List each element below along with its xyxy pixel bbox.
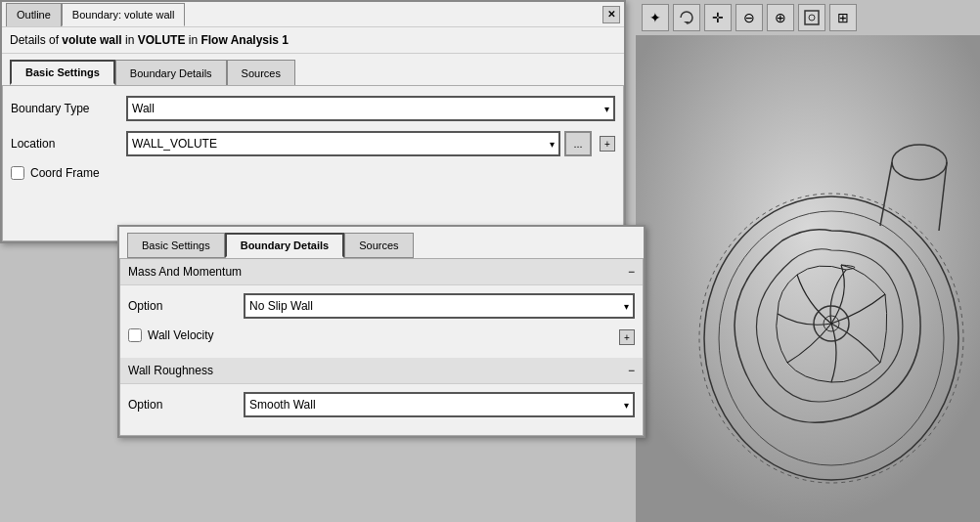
- front-tab-bar: Basic Settings Boundary Details Sources: [119, 227, 644, 258]
- toolbar: ✦ ✛ ⊖ ⊕ ⊞: [636, 0, 980, 35]
- front-tab-sources[interactable]: Sources: [344, 233, 413, 258]
- wall-roughness-header: Wall Roughness −: [120, 358, 643, 384]
- smooth-wall-select[interactable]: Smooth Wall ▾: [244, 392, 635, 417]
- grid-icon[interactable]: ⊞: [829, 4, 857, 31]
- smooth-wall-arrow-icon: ▾: [624, 400, 629, 411]
- outline-tab[interactable]: Outline: [6, 3, 62, 26]
- boundary-type-row: Boundary Type Wall ▾: [11, 96, 615, 121]
- browse-button[interactable]: ...: [564, 131, 592, 156]
- view-panel: View 1 ▾: [636, 35, 980, 522]
- front-tab-basic-settings[interactable]: Basic Settings: [127, 233, 225, 258]
- momentum-option-row: Option No Slip Wall ▾: [128, 293, 635, 319]
- boundary-type-label: Boundary Type: [11, 102, 118, 115]
- svg-rect-1: [805, 11, 819, 24]
- mass-momentum-collapse-icon[interactable]: −: [628, 265, 635, 279]
- front-tab-content: Mass And Momentum − Option No Slip Wall …: [119, 258, 644, 436]
- momentum-option-select-wrap: No Slip Wall ▾: [244, 293, 635, 319]
- roughness-option-label: Option: [128, 398, 236, 412]
- svg-rect-3: [636, 35, 980, 522]
- location-select-wrap: WALL_VOLUTE ▾ ...: [126, 131, 592, 156]
- wall-roughness-collapse-icon[interactable]: −: [628, 364, 635, 377]
- boundary-volute-tab[interactable]: Boundary: volute wall: [62, 3, 186, 26]
- mass-momentum-content: Option No Slip Wall ▾ Wall Velocity: [120, 285, 643, 358]
- wall-roughness-content: Option Smooth Wall ▾: [120, 384, 643, 435]
- cursor-icon[interactable]: ✦: [642, 4, 669, 31]
- roughness-option-row: Option Smooth Wall ▾: [128, 392, 635, 417]
- coord-frame-checkbox[interactable]: [11, 166, 24, 180]
- coord-frame-row: Coord Frame: [11, 166, 615, 180]
- location-label: Location: [11, 137, 118, 151]
- back-dialog-titlebar: Outline Boundary: volute wall ✕: [2, 2, 624, 27]
- no-slip-wall-select[interactable]: No Slip Wall ▾: [244, 293, 635, 319]
- back-tab-bar: Basic Settings Boundary Details Sources: [2, 54, 624, 85]
- wall-velocity-checkbox[interactable]: [128, 328, 142, 342]
- svg-point-2: [809, 15, 815, 21]
- no-slip-arrow-icon: ▾: [624, 301, 629, 312]
- wall-velocity-expand-icon[interactable]: +: [619, 329, 635, 345]
- rotate-icon[interactable]: [673, 4, 700, 31]
- location-arrow-icon: ▾: [550, 139, 555, 150]
- boundary-type-arrow-icon: ▾: [604, 104, 609, 114]
- location-row: Location WALL_VOLUTE ▾ ... +: [11, 131, 615, 156]
- tab-boundary-details[interactable]: Boundary Details: [115, 60, 227, 85]
- location-expand-icon[interactable]: +: [600, 136, 615, 152]
- wall-velocity-label: Wall Velocity: [148, 328, 214, 342]
- location-select[interactable]: WALL_VOLUTE ▾: [126, 131, 560, 156]
- mass-momentum-header: Mass And Momentum −: [120, 259, 643, 285]
- front-tab-boundary-details[interactable]: Boundary Details: [225, 233, 344, 258]
- boundary-type-select-wrap: Wall ▾: [126, 96, 615, 121]
- right-panel: ✦ ✛ ⊖ ⊕ ⊞ View 1 ▾: [636, 0, 980, 522]
- tab-basic-settings[interactable]: Basic Settings: [10, 60, 115, 85]
- coord-frame-label: Coord Frame: [30, 166, 100, 180]
- zoom-in-icon[interactable]: ⊕: [767, 4, 794, 31]
- pan-icon[interactable]: ✛: [704, 4, 732, 31]
- zoom-out-icon[interactable]: ⊖: [735, 4, 763, 31]
- momentum-option-label: Option: [128, 299, 236, 313]
- back-dialog-title-tabs: Outline Boundary: volute wall: [6, 3, 185, 26]
- fit-icon[interactable]: [798, 4, 825, 31]
- view-svg: [636, 35, 980, 522]
- tab-sources[interactable]: Sources: [227, 60, 295, 85]
- back-tab-content: Boundary Type Wall ▾ Location WALL_VOLUT…: [2, 85, 624, 241]
- roughness-option-select-wrap: Smooth Wall ▾: [244, 392, 635, 417]
- back-dialog: Outline Boundary: volute wall ✕ Details …: [0, 0, 626, 243]
- front-dialog: Basic Settings Boundary Details Sources …: [117, 225, 646, 438]
- details-description: Details of volute wall in VOLUTE in Flow…: [2, 27, 624, 54]
- boundary-type-select[interactable]: Wall ▾: [126, 96, 615, 121]
- wall-velocity-row: Wall Velocity: [128, 328, 214, 342]
- close-button[interactable]: ✕: [602, 6, 620, 23]
